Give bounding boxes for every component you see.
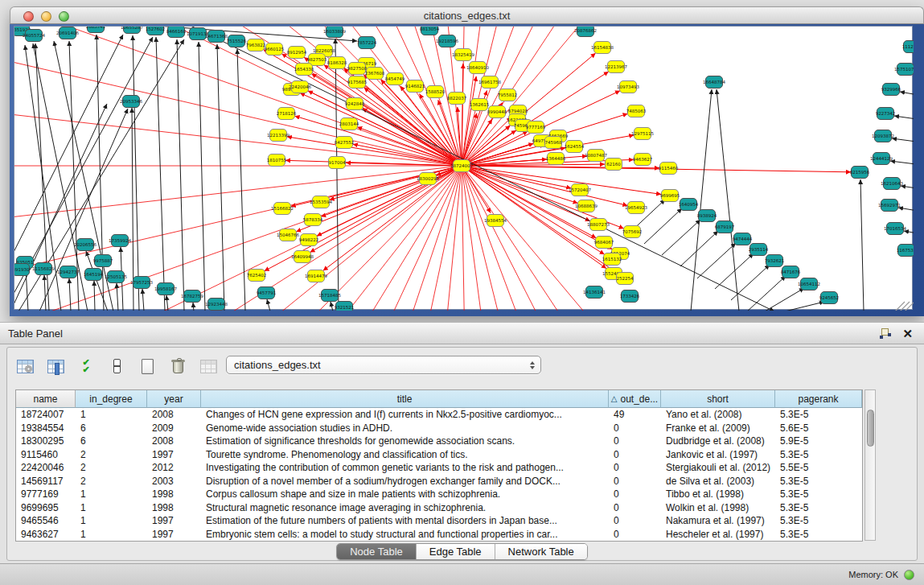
graph-node[interactable] [112,235,129,247]
cell[interactable]: 9465546 [16,514,76,528]
cell[interactable]: 22420046 [16,461,76,475]
graph-node[interactable] [289,47,306,59]
cell[interactable]: 0 [609,461,661,475]
graph-node[interactable] [887,223,904,235]
graph-node[interactable] [588,150,605,162]
graph-node[interactable] [326,27,343,38]
tab-node-table[interactable]: Node Table [337,544,417,559]
graph-node[interactable] [278,108,295,120]
graph-node[interactable] [898,245,914,257]
graph-node[interactable] [248,39,265,51]
graph-node[interactable] [883,84,900,96]
cell[interactable]: 1 [76,488,147,501]
graph-node[interactable] [347,98,363,110]
graph-node[interactable] [586,286,603,299]
cell[interactable]: Estimation of the future numbers of pati… [201,514,609,528]
table-row[interactable]: 946362711997Embryonic stem cells: a mode… [16,528,862,542]
column-header-in_degree[interactable]: in_degree [76,390,147,408]
cell[interactable]: 2 [76,461,147,475]
window-titlebar[interactable]: citations_edges.txt [10,6,924,24]
cell[interactable]: Corpus callosum shape and size in male p… [201,488,609,501]
graph-node[interactable] [566,141,583,153]
graph-node[interactable] [572,184,589,196]
graph-node[interactable] [292,81,309,93]
graph-node[interactable] [852,167,869,179]
graph-node[interactable] [387,73,404,85]
graph-node[interactable] [294,251,311,263]
cell[interactable]: 9463627 [16,528,76,542]
graph-node[interactable] [184,290,201,303]
close-panel-icon[interactable]: ✕ [902,328,913,339]
cell[interactable]: 1 [76,514,147,528]
graph-node[interactable] [699,210,716,222]
cell[interactable]: 0 [609,514,661,528]
cell[interactable]: 0 [609,435,661,448]
graph-node[interactable] [801,278,818,290]
close-button[interactable] [23,11,34,22]
graph-node[interactable] [881,200,898,212]
graph-node[interactable] [545,137,562,149]
graph-node[interactable] [454,160,470,172]
table-scrollbar[interactable] [864,389,876,541]
cell[interactable]: 5.5E-5 [775,461,862,475]
cell[interactable]: 2009 [147,422,201,435]
graph-node[interactable] [322,290,339,302]
graph-node[interactable] [482,76,499,89]
graph-node[interactable] [349,63,366,75]
graph-node[interactable] [407,80,424,93]
cell[interactable]: 18300295 [16,435,76,448]
graph-node[interactable] [734,233,751,245]
graph-node[interactable] [439,35,456,47]
graph-node[interactable] [108,271,125,283]
graph-node[interactable] [124,27,141,34]
cell[interactable]: de Silva et al. (2003) [661,475,775,488]
table-row[interactable]: 2242004622012Investigating the contribut… [16,461,862,475]
cell[interactable]: Estimation of significance thresholds fo… [201,435,609,448]
graph-node[interactable] [26,30,43,42]
graph-node[interactable] [14,264,30,276]
cell[interactable]: 0 [609,475,661,488]
cell[interactable]: 1 [76,528,147,542]
cell[interactable]: Changes of HCN gene expression and I(f) … [201,408,609,422]
delete-column-icon[interactable] [166,355,189,377]
graph-node[interactable] [548,153,565,165]
cell[interactable]: 9777169 [16,488,76,501]
graph-node[interactable] [190,28,207,40]
cell[interactable]: Dudbridge et al. (2008) [661,435,775,448]
graph-node[interactable] [60,266,77,278]
cell[interactable]: 9115460 [16,448,76,462]
graph-node[interactable] [680,199,697,211]
cell[interactable]: 0 [609,448,661,462]
cell[interactable]: Structural magnetic resonance image aver… [201,501,609,515]
column-header-pagerank[interactable]: pagerank [775,390,862,408]
cell[interactable]: Tourette syndrome. Phenomenology and cla… [201,448,609,462]
cell[interactable]: 2008 [147,408,201,422]
table-row[interactable]: 1872400712008Changes of HCN gene express… [16,408,862,422]
graph-node[interactable] [308,270,325,282]
graph-node[interactable] [662,190,679,202]
graph-node[interactable] [280,229,297,241]
graph-node[interactable] [208,299,225,311]
new-column-icon[interactable] [136,355,158,377]
graph-node[interactable] [85,269,102,281]
cell[interactable]: 5.3E-5 [775,528,862,542]
graph-node[interactable] [168,27,185,38]
graph-node[interactable] [208,31,225,43]
graph-node[interactable] [270,130,287,142]
graph-node[interactable] [617,273,634,285]
graph-node[interactable] [329,57,346,69]
graph-node[interactable] [594,42,611,54]
graph-node[interactable] [604,253,621,266]
cell[interactable]: 2008 [147,435,201,448]
graph-node[interactable] [877,108,894,120]
graph-node[interactable] [296,64,313,76]
network-canvas[interactable]: 1351924240557242069140626637411065528715… [14,26,913,310]
column-header-short[interactable]: short [661,390,775,408]
canvas-resize-grip[interactable] [895,302,914,311]
graph-node[interactable] [367,68,384,80]
cell[interactable]: 5.3E-5 [775,514,862,528]
graph-node[interactable] [266,43,283,56]
graph-node[interactable] [634,154,651,166]
graph-node[interactable] [578,200,595,212]
graph-node[interactable] [660,163,677,175]
